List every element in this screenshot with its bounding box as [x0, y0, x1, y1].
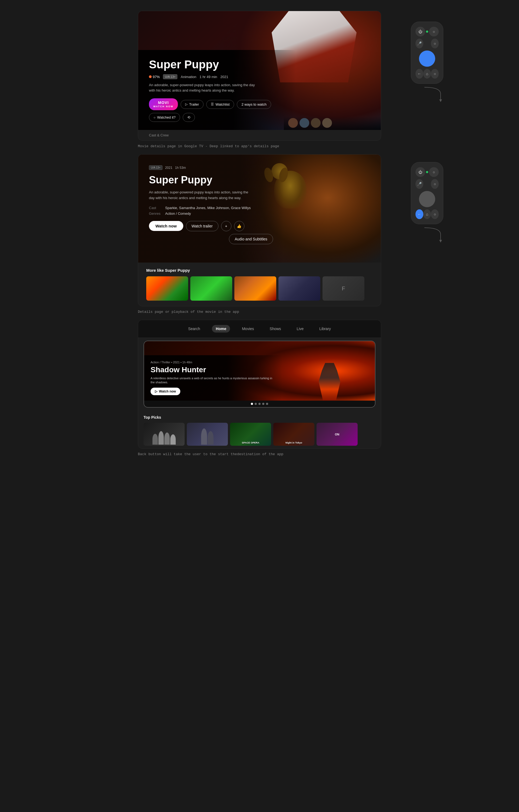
movie-desc-2: An adorable, super-powered puppy leaps i…	[149, 190, 252, 201]
nav-library[interactable]: Library	[316, 325, 335, 332]
apps-button-1[interactable]: ○	[431, 69, 439, 79]
dot-3	[258, 403, 261, 405]
power-button-2[interactable]: ⏻	[415, 167, 425, 177]
destination-of-text: destination of	[237, 452, 267, 456]
movie-title-1: Super Puppy	[149, 58, 285, 71]
back-button-2[interactable]: ←	[415, 209, 423, 219]
nav-search[interactable]: Search	[184, 325, 204, 332]
pick-thumb-3[interactable]: SPACE OPERA	[230, 423, 271, 446]
remote-control-2: ⏻ ○ 🎤 ○ ← ⌂ ○	[411, 162, 443, 242]
home-button-1[interactable]: ⌂	[423, 69, 431, 79]
trailer-button-1[interactable]: ▷ Trailer	[181, 100, 203, 109]
movie-genre-3: Action / Thriller • 2021 • 1h 48m	[151, 360, 276, 364]
nav-live[interactable]: Live	[293, 325, 308, 332]
home-button-2[interactable]: ⌂	[423, 209, 431, 219]
pick-thumb-2[interactable]	[187, 423, 228, 446]
dot-1	[251, 403, 253, 405]
watchlist-icon-1: ☰	[211, 103, 214, 106]
cast-label-2: Cast	[149, 206, 162, 210]
trailer-label-1: Trailer	[189, 103, 199, 107]
app-text: the app	[267, 452, 283, 456]
movi-watch-now-button[interactable]: MOVI WATCH NOW	[149, 98, 178, 110]
share-button-1[interactable]: ⟲	[183, 113, 195, 122]
silhouette-5	[201, 428, 207, 445]
cast-avatar-1	[288, 118, 298, 128]
circle-button-2[interactable]: ○	[429, 167, 439, 177]
mic-button-1[interactable]: 🎤	[415, 39, 423, 48]
share-icon-1: ⟲	[187, 115, 190, 119]
play-icon-3: ▷	[155, 389, 157, 393]
power-button-1[interactable]: ⏻	[415, 27, 425, 36]
cast-value-2: Sparkie, Samantha Jones, Mike Johnson, G…	[165, 206, 251, 210]
silhouette-3	[164, 433, 170, 445]
actions-row-2: Watch now Watch trailer + 👍 Audio and Su…	[149, 221, 273, 244]
year-2: 2021	[165, 166, 172, 170]
remote-nav-row-2: ← ⌂ ○	[415, 209, 439, 219]
hero-content-3: Action / Thriller • 2021 • 1h 48m Shadow…	[144, 355, 282, 401]
ok-button-2[interactable]	[419, 191, 435, 207]
add-button-2[interactable]: +	[221, 221, 231, 231]
section-2-label: Details page or playback of the movie in…	[138, 306, 381, 320]
watched-it-icon: ○	[154, 116, 156, 119]
nav-shows[interactable]: Shows	[266, 325, 285, 332]
audio-subtitles-button[interactable]: Audio and Subtitles	[229, 234, 273, 244]
genre-1: Animation	[181, 75, 196, 79]
thumb-1[interactable]	[146, 276, 188, 301]
watch-now-button-3[interactable]: ▷ Watch now	[151, 388, 180, 395]
picks-row: SPACE OPERA Night in Tokyo ON	[143, 423, 376, 446]
pick-1-content	[143, 423, 185, 446]
remote-control-1: ⏻ ○ 🎤 ○ ← ⌂ ○	[411, 22, 443, 102]
thumb-3[interactable]	[235, 276, 276, 301]
thumb-4[interactable]	[278, 276, 320, 301]
dot-4	[262, 403, 264, 405]
arrow-connector-2	[411, 226, 443, 242]
cast-section-1: Cast & Crew	[138, 130, 381, 141]
pick-thumb-5[interactable]: ON	[317, 423, 358, 446]
thumb-5[interactable]: F	[323, 276, 364, 301]
thumb-2[interactable]	[190, 276, 232, 301]
movie-desc-1: An adorable, super-powered puppy leaps i…	[149, 82, 257, 93]
arrow-connector-1	[411, 86, 443, 102]
pick-2-content	[187, 423, 228, 446]
menu-button-1[interactable]: ○	[431, 39, 439, 48]
watch-now-label-3: Watch now	[159, 389, 176, 393]
google-tv-details-card: Super Puppy 97% U/A 13+ Animation 1 hr 4…	[138, 11, 381, 141]
pick-thumb-1[interactable]	[143, 423, 185, 446]
curved-arrow-2	[422, 226, 443, 242]
thumb-5-icon: F	[342, 286, 345, 292]
apps-button-2[interactable]: ○	[431, 209, 439, 219]
movi-sub: WATCH NOW	[153, 105, 173, 108]
circle-button-1[interactable]: ○	[429, 27, 439, 36]
remote-body-2: ⏻ ○ 🎤 ○ ← ⌂ ○	[411, 162, 443, 224]
hero-3: Action / Thriller • 2021 • 1h 48m Shadow…	[144, 341, 375, 401]
back-button-1[interactable]: ←	[415, 69, 423, 79]
remote-top-row-2: ⏻ ○	[415, 167, 439, 177]
watchlist-button-1[interactable]: ☰ Watchlist	[206, 100, 234, 109]
pick-label-4: Night in Tokyo	[275, 441, 313, 444]
rating-badge: 97%	[149, 75, 160, 79]
like-button-2[interactable]: 👍	[234, 221, 244, 231]
watch-now-button[interactable]: Watch now	[149, 221, 183, 231]
hero-2: U/A 13+ 2021 1h 53m Super Puppy An adora…	[138, 154, 381, 263]
section-3-label: Back button will take the user to the st…	[138, 449, 381, 462]
cast-avatar-2	[300, 118, 309, 128]
remote-indicator-2	[426, 171, 428, 173]
mic-button-2[interactable]: 🎤	[415, 179, 423, 189]
movie-meta-1: 97% U/A 13+ Animation 1 hr 49 min 2021	[149, 74, 285, 79]
silhouette-4	[170, 434, 176, 445]
app-home-card: Search Home Movies Shows Live Library Ac…	[138, 320, 381, 449]
nav-movies[interactable]: Movies	[238, 325, 257, 332]
section-2: U/A 13+ 2021 1h 53m Super Puppy An adora…	[138, 154, 381, 320]
movie-desc-3: A relentless detective unravels a web of…	[151, 376, 276, 385]
ok-button-1[interactable]	[419, 51, 435, 67]
watched-it-label: Watched it?	[157, 115, 175, 119]
ways-to-watch-button[interactable]: 2 ways to watch	[237, 100, 271, 109]
watch-trailer-button[interactable]: Watch trailer	[186, 221, 218, 231]
cast-crew-label: Cast & Crew	[149, 133, 169, 137]
pick-thumb-4[interactable]: Night in Tokyo	[273, 423, 315, 446]
cert-badge-1: U/A 13+	[163, 74, 177, 79]
watched-it-button[interactable]: ○ Watched it?	[149, 113, 180, 122]
menu-button-2[interactable]: ○	[431, 179, 439, 189]
nav-home[interactable]: Home	[212, 325, 230, 332]
movie-title-3: Shadow Hunter	[151, 366, 276, 374]
